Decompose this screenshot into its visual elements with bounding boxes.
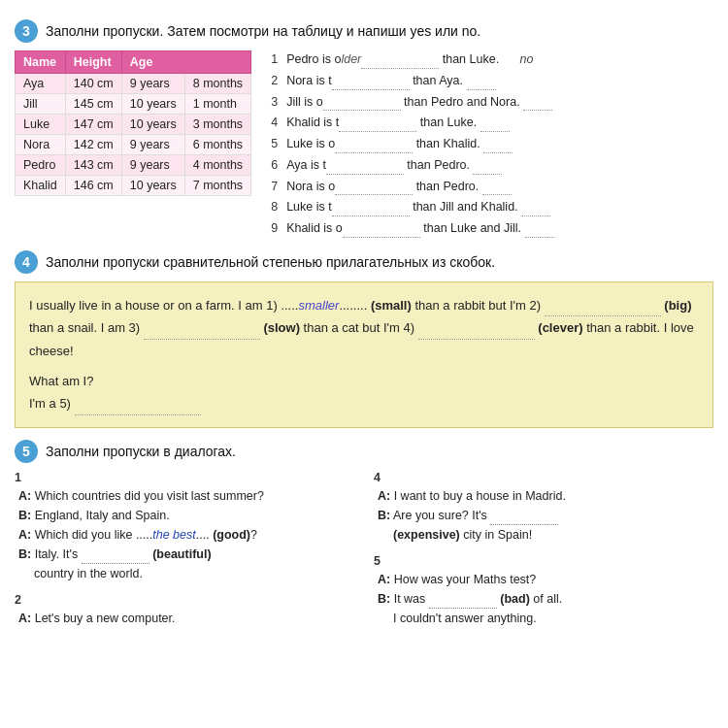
yn-4 — [480, 131, 510, 132]
dotline-3 — [323, 110, 401, 111]
sentence-5: 5 Luke is o than Khalid. — [271, 135, 713, 153]
height-luke: 147 cm — [65, 115, 121, 135]
yn-8 — [521, 215, 550, 216]
s4-answer1[interactable]: smaller — [298, 298, 339, 313]
s4-text2: ........ (small) than a rabbit but I'm 2… — [339, 298, 544, 313]
yn-5 — [483, 152, 513, 153]
height-nora: 142 cm — [65, 135, 121, 155]
years-jill: 10 years — [121, 94, 184, 115]
height-khalid: 146 cm — [65, 176, 121, 196]
height-jill: 145 cm — [65, 94, 121, 115]
section3-title: Заполни пропуски. Затем посмотри на табл… — [46, 23, 480, 39]
height-pedro: 143 cm — [65, 155, 121, 176]
table-row: Khalid 146 cm 10 years 7 months — [16, 176, 251, 196]
s4-what-line: What am I? — [29, 370, 699, 392]
dialog-2: 2 A: Let's buy a new computer. — [15, 593, 354, 628]
sentence-7: 7 Nora is o than Pedro. — [271, 178, 713, 196]
years-aya: 9 years — [121, 74, 184, 94]
d1-answer[interactable]: the best — [152, 528, 195, 542]
dotline-2 — [332, 89, 410, 90]
dialog-4: 4 A: I want to buy a house in Madrid. B:… — [374, 471, 713, 545]
section5-col2: 4 A: I want to buy a house in Madrid. B:… — [374, 471, 713, 638]
name-luke: Luke — [16, 115, 66, 135]
s4-what-am-i: What am I? I'm a 5) — [29, 370, 699, 415]
dotline-4 — [339, 131, 416, 132]
yn-3 — [523, 110, 552, 111]
table-row: Jill 145 cm 10 years 1 month — [16, 94, 251, 115]
section4-number: 4 — [15, 250, 38, 274]
table-row: Pedro 143 cm 9 years 4 months — [16, 155, 251, 176]
yn-6 — [473, 174, 502, 175]
answer-1[interactable]: lder — [341, 52, 361, 66]
height-age-table: Name Height Age Aya 140 cm 9 years 8 mon… — [15, 50, 251, 196]
section3-number: 3 — [15, 19, 38, 43]
s4-input4[interactable] — [418, 339, 535, 340]
dotline-8 — [332, 215, 410, 216]
name-jill: Jill — [16, 94, 66, 115]
name-pedro: Pedro — [16, 155, 66, 176]
section3-content: Name Height Age Aya 140 cm 9 years 8 mon… — [15, 50, 713, 241]
sentence-9: 9 Khalid is o than Luke and Jill. — [271, 219, 713, 238]
yn-7 — [482, 194, 512, 195]
dotline-9 — [343, 237, 420, 238]
sentence-4: 4 Khalid is t than Luke. — [271, 114, 713, 132]
months-jill: 1 month — [184, 94, 250, 115]
section4-box: I usually live in a house or on a farm. … — [15, 281, 713, 428]
months-pedro: 4 months — [184, 155, 250, 176]
section5-content: 1 A: Which countries did you visit last … — [15, 471, 713, 638]
s4-input3[interactable] — [144, 339, 260, 340]
table-row: Aya 140 cm 9 years 8 months — [16, 74, 251, 94]
col-name: Name — [16, 51, 66, 74]
months-nora: 6 months — [184, 135, 250, 155]
months-aya: 8 months — [184, 74, 250, 94]
dotline-5 — [335, 152, 413, 153]
section5-col1: 1 A: Which countries did you visit last … — [15, 471, 354, 638]
col-age: Age — [121, 51, 250, 74]
sentence-2: 2 Nora is t than Aya. — [271, 72, 713, 90]
section5-header: 5 Заполни пропуски в диалогах. — [15, 440, 713, 463]
years-luke: 10 years — [121, 115, 184, 135]
dotline-1 — [361, 68, 439, 69]
years-nora: 9 years — [121, 135, 184, 155]
table-row: Luke 147 cm 10 years 3 months — [16, 115, 251, 135]
col-height: Height — [65, 51, 121, 74]
sentence-6: 6 Aya is t than Pedro. — [271, 156, 713, 175]
dotline-6 — [326, 174, 404, 175]
section3-header: 3 Заполни пропуски. Затем посмотри на та… — [15, 19, 713, 43]
sentence-1: 1 Pedro is older than Luke. no — [271, 50, 713, 69]
sentences-list: 1 Pedro is older than Luke. no 2 Nora is… — [271, 50, 713, 241]
height-age-table-container: Name Height Age Aya 140 cm 9 years 8 mon… — [15, 50, 251, 241]
sentence-3: 3 Jill is o than Pedro and Nora. — [271, 93, 713, 112]
yn-9 — [525, 237, 554, 238]
height-aya: 140 cm — [65, 74, 121, 94]
s4-iam-line: I'm a 5) — [29, 392, 699, 414]
section5-number: 5 — [15, 440, 38, 463]
s4-text1: I usually live in a house or on a farm. … — [29, 298, 298, 313]
s4-hint3: (slow) than a cat but I'm 4) — [260, 320, 418, 335]
s4-input5[interactable] — [75, 414, 201, 415]
months-luke: 3 months — [184, 115, 250, 135]
table-row: Nora 142 cm 9 years 6 months — [16, 135, 251, 155]
section4-header: 4 Заполни пропуски сравнительной степень… — [15, 250, 713, 274]
name-aya: Aya — [16, 74, 66, 94]
yn-1[interactable]: no — [507, 52, 534, 66]
dotline-7 — [335, 194, 413, 195]
dialog-5: 5 A: How was your Maths test? B: It was … — [374, 554, 713, 628]
sentence-8: 8 Luke is t than Jill and Khalid. — [271, 198, 713, 216]
section5-title: Заполни пропуски в диалогах. — [46, 444, 236, 459]
months-khalid: 7 months — [184, 176, 250, 196]
section4-title: Заполни пропуски сравнительной степенью … — [46, 254, 495, 270]
years-khalid: 10 years — [121, 176, 184, 196]
name-khalid: Khalid — [16, 176, 66, 196]
years-pedro: 9 years — [121, 155, 184, 176]
s4-input2[interactable] — [545, 315, 661, 316]
yn-2 — [467, 89, 496, 90]
dialog-1: 1 A: Which countries did you visit last … — [15, 471, 354, 583]
name-nora: Nora — [16, 135, 66, 155]
